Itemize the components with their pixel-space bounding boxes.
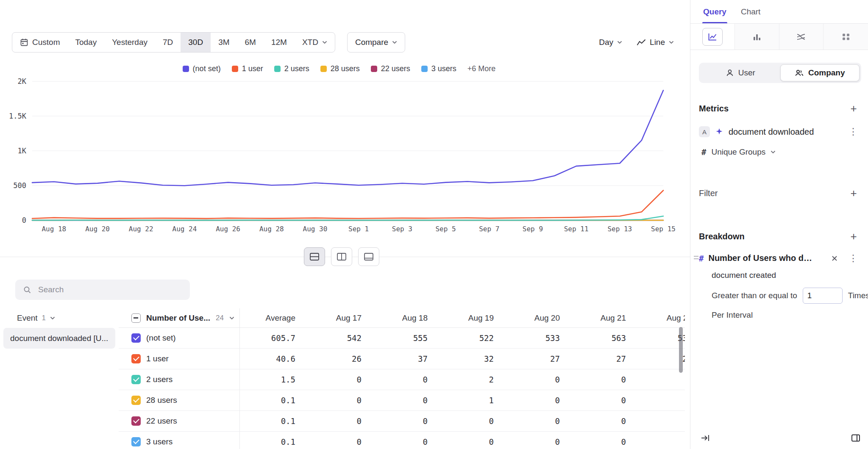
date-column-header[interactable]: Aug 21: [571, 313, 637, 323]
row-checkbox[interactable]: [131, 416, 141, 426]
date-column-header[interactable]: Aug 20: [505, 313, 571, 323]
add-metric-button[interactable]: +: [848, 103, 860, 114]
tab-chart[interactable]: Chart: [741, 0, 760, 23]
date-column-header[interactable]: Aug 18: [373, 313, 439, 323]
cell-value[interactable]: 32: [439, 354, 505, 363]
legend-item[interactable]: 2 users: [274, 64, 309, 73]
cell-value[interactable]: 522: [439, 333, 505, 343]
cell-value[interactable]: 0: [571, 396, 637, 405]
cell-value[interactable]: 1: [439, 396, 505, 405]
metric-item[interactable]: A document downloaded ⋮: [699, 126, 860, 137]
legend-item[interactable]: 22 users: [371, 64, 410, 73]
cell-value[interactable]: 542: [306, 333, 373, 343]
date-column-header[interactable]: Aug 22: [637, 313, 685, 323]
drag-handle[interactable]: [694, 256, 698, 259]
compare-button[interactable]: Compare: [347, 32, 405, 53]
date-range-today[interactable]: Today: [67, 33, 104, 52]
date-range-30d[interactable]: 30D: [181, 33, 211, 52]
date-column-header[interactable]: Aug 19: [439, 313, 505, 323]
search-input[interactable]: [15, 280, 190, 300]
legend-item[interactable]: 28 users: [320, 64, 360, 73]
group-toggle-company[interactable]: Company: [780, 64, 860, 81]
breakdown-value-input[interactable]: [803, 288, 843, 304]
cell-value[interactable]: 0: [373, 375, 439, 384]
breakdown-interval-label[interactable]: Per Interval: [712, 310, 860, 320]
cell-value[interactable]: 0: [505, 416, 571, 426]
legend-more[interactable]: +6 More: [467, 64, 496, 73]
cell-value[interactable]: 26: [306, 354, 373, 363]
date-range-custom[interactable]: Custom: [12, 33, 67, 52]
granularity-button[interactable]: Day: [595, 32, 626, 53]
view-split-horizontal-button[interactable]: [304, 247, 325, 266]
cell-value[interactable]: 0: [306, 396, 373, 405]
toggle-sidebar-button[interactable]: [849, 432, 862, 444]
timeseries-chart[interactable]: 05001K1.5K2KAug 18Aug 20Aug 22Aug 24Aug …: [8, 75, 680, 233]
average-header[interactable]: Average: [239, 313, 306, 323]
cell-value[interactable]: 0: [637, 375, 685, 384]
tab-query[interactable]: Query: [703, 0, 726, 23]
cell-value[interactable]: 0: [505, 437, 571, 446]
breakdown-condition-label[interactable]: Greater than or equal to: [712, 291, 797, 300]
event-list-item[interactable]: document downloaded [U...: [3, 328, 115, 349]
cell-value[interactable]: 0: [373, 396, 439, 405]
breakdown-header-cell[interactable]: Number of Use... 24: [119, 313, 239, 323]
cell-value[interactable]: 563: [571, 333, 637, 343]
cell-value[interactable]: 537: [637, 333, 685, 343]
date-range-xtd[interactable]: XTD: [295, 33, 335, 52]
breakdown-event-name[interactable]: document created: [712, 271, 860, 280]
cell-value[interactable]: 0: [306, 437, 373, 446]
cell-value[interactable]: 27: [505, 354, 571, 363]
collapse-panel-button[interactable]: [699, 432, 712, 444]
cell-value[interactable]: 0: [571, 416, 637, 426]
row-checkbox[interactable]: [131, 437, 141, 446]
cell-value[interactable]: 37: [373, 354, 439, 363]
cell-value[interactable]: 0: [505, 375, 571, 384]
vertical-scrollbar[interactable]: [679, 327, 683, 373]
date-column-header[interactable]: Aug 17: [306, 313, 373, 323]
measure-selector[interactable]: # Unique Groups: [699, 147, 860, 157]
legend-item[interactable]: 1 user: [232, 64, 263, 73]
date-range-12m[interactable]: 12M: [264, 33, 295, 52]
view-chart-only-button[interactable]: [358, 247, 379, 266]
cell-value[interactable]: 0: [439, 416, 505, 426]
cell-value[interactable]: 0: [373, 437, 439, 446]
row-checkbox[interactable]: [131, 333, 141, 343]
chart-type-button[interactable]: Line: [632, 32, 678, 53]
cell-value[interactable]: 555: [373, 333, 439, 343]
cell-value[interactable]: 0: [505, 396, 571, 405]
cell-value[interactable]: 0: [306, 416, 373, 426]
cell-value[interactable]: 27: [571, 354, 637, 363]
cell-value[interactable]: 0: [439, 437, 505, 446]
metric-menu-icon[interactable]: ⋮: [847, 127, 860, 136]
breakdown-menu-icon[interactable]: ⋮: [847, 254, 860, 263]
legend-item[interactable]: (not set): [183, 64, 221, 73]
group-toggle-user[interactable]: User: [701, 64, 780, 81]
add-breakdown-button[interactable]: +: [848, 230, 860, 242]
date-range-7d[interactable]: 7D: [155, 33, 181, 52]
cell-value[interactable]: 0: [373, 416, 439, 426]
row-checkbox[interactable]: [131, 375, 141, 384]
cell-value[interactable]: 29: [637, 354, 685, 363]
date-range-yesterday[interactable]: Yesterday: [104, 33, 155, 52]
add-filter-button[interactable]: +: [848, 187, 860, 199]
row-checkbox[interactable]: [131, 354, 141, 363]
chart-type-flow-tab[interactable]: [779, 24, 824, 50]
select-all-checkbox[interactable]: [131, 313, 141, 323]
date-range-6m[interactable]: 6M: [237, 33, 264, 52]
cell-value[interactable]: 0: [637, 396, 685, 405]
chart-type-bar-tab[interactable]: [735, 24, 779, 50]
chart-type-more-tab[interactable]: [823, 24, 868, 50]
cell-value[interactable]: 0: [637, 416, 685, 426]
legend-item[interactable]: 3 users: [421, 64, 456, 73]
chart-type-metrics-tab[interactable]: [690, 24, 735, 50]
view-split-vertical-button[interactable]: [331, 247, 352, 266]
cell-value[interactable]: 0: [571, 375, 637, 384]
cell-value[interactable]: 0: [306, 375, 373, 384]
event-column-header[interactable]: Event 1: [0, 308, 119, 328]
cell-value[interactable]: 533: [505, 333, 571, 343]
cell-value[interactable]: 0: [637, 437, 685, 446]
remove-breakdown-button[interactable]: [830, 254, 839, 263]
cell-value[interactable]: 0: [571, 437, 637, 446]
cell-value[interactable]: 2: [439, 375, 505, 384]
chart-canvas[interactable]: 05001K1.5K2KAug 18Aug 20Aug 22Aug 24Aug …: [8, 75, 680, 233]
